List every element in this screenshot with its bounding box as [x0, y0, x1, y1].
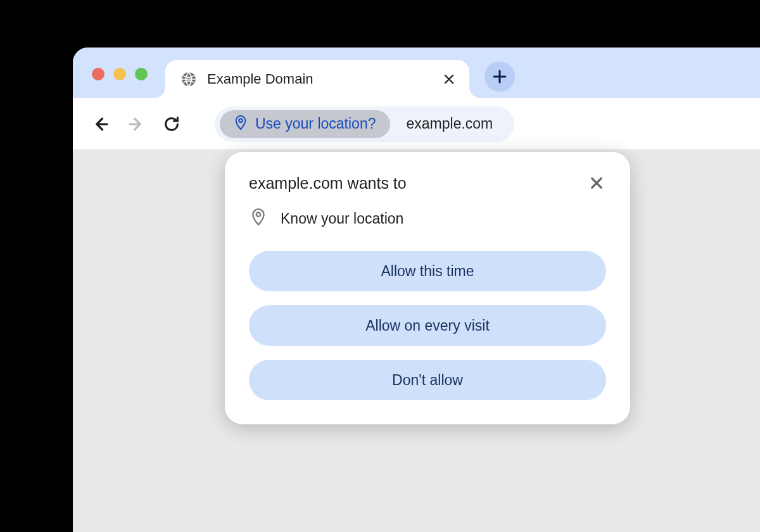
svg-point-2	[256, 213, 260, 217]
toolbar: Use your location? example.com	[73, 98, 760, 150]
popover-detail-label: Know your location	[281, 210, 403, 227]
permission-chip[interactable]: Use your location?	[220, 110, 390, 138]
back-button[interactable]	[89, 113, 112, 136]
location-pin-icon	[234, 115, 248, 134]
allow-once-button[interactable]: Allow this time	[249, 251, 606, 291]
tab-strip: Example Domain	[73, 48, 760, 98]
allow-always-button[interactable]: Allow on every visit	[249, 305, 606, 346]
popover-close-button[interactable]	[587, 174, 606, 193]
browser-tab[interactable]: Example Domain	[165, 60, 469, 98]
url-text: example.com	[390, 115, 510, 132]
tab-title: Example Domain	[207, 71, 431, 87]
browser-window: Example Domain Use your location? e	[73, 48, 760, 532]
address-bar[interactable]: Use your location? example.com	[215, 106, 514, 142]
reload-button[interactable]	[160, 113, 183, 136]
permission-chip-label: Use your location?	[255, 115, 376, 132]
svg-point-1	[239, 118, 243, 122]
popover-detail: Know your location	[249, 208, 606, 229]
globe-icon	[180, 71, 197, 87]
tab-close-button[interactable]	[441, 72, 457, 87]
window-maximize-button[interactable]	[135, 68, 148, 80]
permission-popover: example.com wants to Know your location …	[225, 152, 630, 424]
new-tab-button[interactable]	[484, 61, 515, 92]
location-pin-icon	[250, 208, 267, 229]
window-minimize-button[interactable]	[113, 68, 126, 80]
popover-header: example.com wants to	[249, 174, 606, 193]
forward-button[interactable]	[125, 113, 148, 136]
popover-title: example.com wants to	[249, 174, 407, 193]
window-close-button[interactable]	[92, 68, 104, 80]
deny-button[interactable]: Don't allow	[249, 360, 606, 400]
